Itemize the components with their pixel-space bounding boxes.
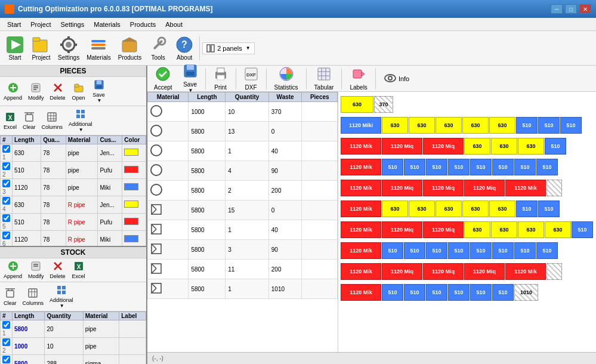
- res-row-quantity: 1: [226, 141, 268, 161]
- res-col-length[interactable]: Length: [189, 92, 226, 102]
- pieces-save-btn[interactable]: Save ▼: [89, 78, 109, 104]
- pieces-append-btn[interactable]: Append: [1, 81, 24, 102]
- stock-row-check[interactable]: 2: [1, 338, 13, 355]
- pieces-row-check[interactable]: 1: [1, 144, 13, 162]
- stock-row-check[interactable]: 3: [1, 355, 13, 365]
- stock-modify-btn[interactable]: Modify: [26, 260, 47, 280]
- results-table-row[interactable]: 1000 10 370: [148, 102, 338, 122]
- results-table-row[interactable]: 5800 13 0: [148, 122, 338, 141]
- res-col-quantity[interactable]: Quantity: [226, 92, 268, 102]
- close-button[interactable]: ✕: [579, 4, 591, 14]
- stock-columns-btn[interactable]: Columns: [20, 286, 47, 307]
- piece-block: 510: [470, 284, 492, 301]
- pieces-excel-btn[interactable]: X Excel: [1, 110, 19, 131]
- piece-block: 1120 Miq: [382, 263, 422, 280]
- pieces-row-check[interactable]: 4: [1, 196, 13, 214]
- pieces-columns-btn[interactable]: Columns: [39, 110, 66, 131]
- stock-col-qty[interactable]: Quantity: [45, 312, 83, 320]
- toolbar-products[interactable]: Products: [115, 33, 144, 63]
- col-custom[interactable]: Cus...: [98, 136, 122, 144]
- svg-rect-74: [187, 65, 194, 70]
- results-table-container[interactable]: Material Length Quantity Waste Pieces 10…: [147, 92, 338, 352]
- results-table-row[interactable]: 5800 1 40: [148, 141, 338, 161]
- info-btn[interactable]: Info: [379, 72, 414, 85]
- stock-append-btn[interactable]: Append: [1, 260, 24, 280]
- stock-col-label[interactable]: Label: [119, 312, 146, 320]
- minimize-button[interactable]: ─: [551, 4, 563, 14]
- results-table-row[interactable]: 5800 2 200: [148, 181, 338, 200]
- pieces-row-check[interactable]: 6: [1, 231, 13, 246]
- stock-table-row[interactable]: 2 1000 10 pipe: [1, 338, 146, 355]
- results-table-row[interactable]: 5800 1 40: [148, 220, 338, 240]
- pieces-table-row[interactable]: 6 1120 78 R pipe Miki: [1, 231, 146, 246]
- toolbar-about[interactable]: ? About: [172, 33, 197, 63]
- results-table-row[interactable]: 5800 15 0: [148, 200, 338, 220]
- pieces-clear-btn[interactable]: Clear: [20, 110, 38, 131]
- results-table-row[interactable]: 5800 1 1010: [148, 279, 338, 299]
- menu-project[interactable]: Project: [26, 20, 55, 29]
- results-table-row[interactable]: 5800 11 200: [148, 260, 338, 279]
- stock-col-length[interactable]: Length: [13, 312, 45, 320]
- stock-col-material[interactable]: Material: [83, 312, 119, 320]
- pieces-table-row[interactable]: 3 1120 78 pipe Miki: [1, 179, 146, 196]
- stock-table-scroll[interactable]: # Length Quantity Material Label 1 5800 …: [0, 311, 146, 364]
- pieces-delete-btn[interactable]: Delete: [48, 81, 68, 102]
- pieces-row-qty: 78: [41, 196, 66, 214]
- pieces-row-check[interactable]: 2: [1, 162, 13, 179]
- piece-block: 510: [404, 159, 425, 175]
- pieces-section: PIECES Append Modify: [0, 66, 146, 247]
- labels-btn[interactable]: Labels: [345, 65, 371, 92]
- results-table-row[interactable]: 5800 4 90: [148, 161, 338, 181]
- results-table-row[interactable]: 5800 3 90: [148, 240, 338, 260]
- toolbar-start[interactable]: Start: [2, 33, 27, 63]
- menu-products[interactable]: Products: [125, 20, 160, 29]
- dxf-btn[interactable]: DXF DXF: [240, 65, 263, 92]
- toolbar-materials[interactable]: Materials: [84, 33, 114, 63]
- stock-excel-btn[interactable]: X Excel: [69, 260, 88, 280]
- pieces-table-row[interactable]: 4 630 78 R pipe Jen...: [1, 196, 146, 214]
- svg-rect-71: [62, 291, 66, 294]
- pieces-modify-btn[interactable]: Modify: [26, 81, 47, 102]
- results-save-btn[interactable]: Save ▼: [179, 62, 202, 95]
- statistics-btn[interactable]: Statistics: [270, 65, 302, 92]
- stock-table-row[interactable]: 3 5800 288 sigma: [1, 355, 146, 365]
- menu-start[interactable]: Start: [2, 20, 26, 29]
- pieces-row-check[interactable]: 3: [1, 179, 13, 196]
- pieces-table-scroll[interactable]: # Length Qua... Material Cus... Color 1 …: [0, 135, 146, 246]
- print-btn[interactable]: Print: [209, 65, 232, 92]
- cutting-viz[interactable]: 6303701120 Miki6306306306306305105105101…: [338, 92, 596, 352]
- menu-materials[interactable]: Materials: [89, 20, 125, 29]
- col-qty[interactable]: Qua...: [41, 136, 66, 144]
- res-col-waste[interactable]: Waste: [268, 92, 302, 102]
- pieces-open-btn[interactable]: Open: [69, 81, 88, 102]
- col-color[interactable]: Color: [122, 136, 146, 144]
- toolbar-tools[interactable]: Tools: [146, 33, 171, 63]
- stock-row-qty: 288: [45, 355, 83, 365]
- pieces-table-row[interactable]: 2 510 78 pipe Pufu: [1, 162, 146, 179]
- svg-rect-19: [207, 45, 210, 52]
- toolbar-project[interactable]: Project: [29, 33, 54, 63]
- col-material[interactable]: Material: [66, 136, 98, 144]
- tabular-btn[interactable]: Tabular: [310, 65, 338, 92]
- panels-dropdown-arrow[interactable]: ▼: [246, 45, 251, 51]
- stock-table-row[interactable]: 1 5800 20 pipe: [1, 320, 146, 338]
- accept-btn[interactable]: Accept: [150, 65, 177, 92]
- piece-block: 630: [489, 200, 515, 217]
- maximize-button[interactable]: □: [565, 4, 577, 14]
- menu-about[interactable]: About: [160, 20, 187, 29]
- pieces-additional-btn[interactable]: Additional ▼: [66, 107, 95, 134]
- stock-clear-btn[interactable]: Clear: [1, 286, 19, 307]
- stock-additional-btn[interactable]: Additional ▼: [47, 283, 76, 310]
- stock-delete-btn[interactable]: Delete: [48, 260, 68, 280]
- res-col-material[interactable]: Material: [148, 92, 189, 102]
- stock-row-check[interactable]: 1: [1, 320, 13, 338]
- pieces-table-row[interactable]: 5 510 78 R pipe Pufu: [1, 214, 146, 231]
- pieces-row-check[interactable]: 5: [1, 214, 13, 231]
- toolbar-settings[interactable]: Settings: [55, 33, 82, 63]
- menu-settings[interactable]: Settings: [55, 20, 89, 29]
- pieces-table-row[interactable]: 1 630 78 pipe Jen...: [1, 144, 146, 162]
- col-length[interactable]: Length: [13, 136, 41, 144]
- res-col-pieces[interactable]: Pieces: [302, 92, 338, 102]
- svg-rect-75: [186, 72, 194, 76]
- res-row-pieces: [302, 102, 338, 122]
